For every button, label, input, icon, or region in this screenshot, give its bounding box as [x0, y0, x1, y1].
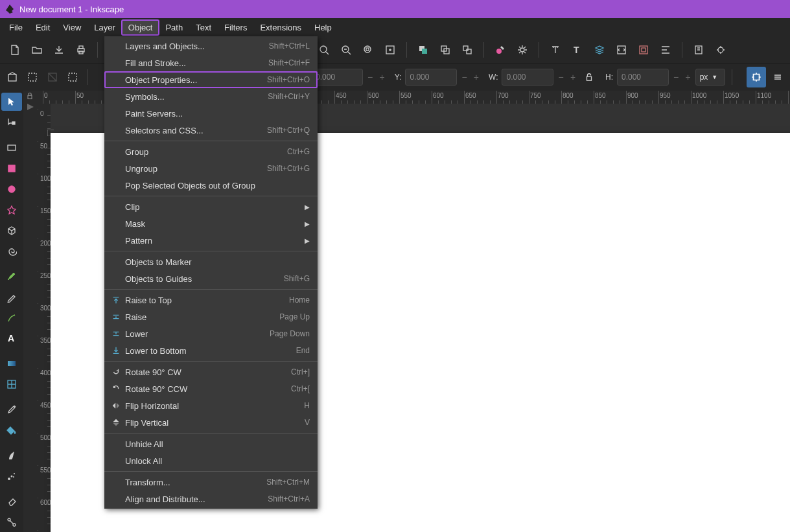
menu-help[interactable]: Help: [308, 20, 338, 35]
x-input[interactable]: [311, 69, 363, 86]
menu-view[interactable]: View: [56, 20, 87, 35]
w-plus-button[interactable]: +: [568, 69, 577, 86]
menu-item-raise[interactable]: RaisePage Up: [104, 308, 318, 325]
menu-item-group[interactable]: GroupCtrl+G: [104, 143, 318, 160]
h-minus-button[interactable]: −: [671, 69, 680, 86]
page-handle-icon: [47, 130, 54, 136]
clone-button[interactable]: [436, 40, 455, 60]
menu-item-raise-to-top[interactable]: Raise to TopHome: [104, 292, 318, 308]
selector-tool[interactable]: [1, 93, 22, 111]
rectangle-tool[interactable]: [1, 139, 22, 157]
menu-item-shortcut: Shift+Ctrl+A: [268, 494, 310, 503]
star-tool[interactable]: [1, 201, 22, 219]
menu-item-selectors-and-css[interactable]: Selectors and CSS...Shift+Ctrl+Q: [104, 122, 318, 139]
text-tool[interactable]: A: [1, 329, 22, 347]
layers-button[interactable]: [590, 40, 609, 60]
menu-item-flip-horizontal[interactable]: Flip HorizontalH: [104, 397, 318, 414]
menu-item-rotate-90-ccw[interactable]: Rotate 90° CCWCtrl+[: [104, 380, 318, 397]
preferences-button[interactable]: [689, 40, 708, 60]
spiral-tool[interactable]: [1, 242, 22, 260]
tweak-tool[interactable]: [1, 446, 22, 465]
menu-item-flip-vertical[interactable]: Flip VerticalV: [104, 414, 318, 431]
print-button[interactable]: [71, 40, 91, 60]
mesh-tool[interactable]: [1, 375, 22, 393]
object-properties-button[interactable]: [513, 40, 532, 60]
select-all-button[interactable]: [24, 67, 41, 87]
x-minus-button[interactable]: −: [366, 69, 375, 86]
toggle-bbox-button[interactable]: [64, 67, 82, 87]
menu-item-ungroup[interactable]: UngroupShift+Ctrl+G: [104, 160, 318, 177]
align-button[interactable]: [656, 40, 675, 60]
pen-tool[interactable]: [1, 268, 22, 286]
y-input[interactable]: [405, 69, 457, 86]
text-tool-button[interactable]: T: [568, 40, 587, 60]
x-plus-button[interactable]: +: [377, 69, 386, 86]
h-plus-button[interactable]: +: [683, 69, 692, 86]
menu-item-pattern[interactable]: Pattern▶: [104, 232, 318, 249]
menu-item-align-and-distribute[interactable]: Align and Distribute...Shift+Ctrl+A: [104, 491, 318, 507]
menu-item-pop-selected-objects-out-of-group[interactable]: Pop Selected Objects out of Group: [104, 177, 318, 194]
snap-options-button[interactable]: [769, 67, 786, 87]
menu-filters[interactable]: Filters: [218, 20, 253, 35]
selectors-button[interactable]: [634, 40, 653, 60]
node-tool[interactable]: [1, 113, 22, 132]
zoom-page-button[interactable]: [358, 40, 378, 60]
unlink-clone-button[interactable]: [458, 40, 477, 60]
h-input[interactable]: [617, 69, 669, 86]
xml-editor-button[interactable]: [612, 40, 631, 60]
menu-item-lower-to-bottom[interactable]: Lower to BottomEnd: [104, 342, 318, 359]
menu-object[interactable]: Object: [122, 20, 159, 35]
text-button[interactable]: [546, 40, 565, 60]
new-document-button[interactable]: [5, 40, 25, 60]
w-minus-button[interactable]: −: [556, 69, 565, 86]
zoom-drawing-button[interactable]: [336, 40, 356, 60]
document-properties-button[interactable]: [711, 40, 730, 60]
open-button[interactable]: [27, 40, 47, 60]
menu-item-paint-servers[interactable]: Paint Servers...: [104, 105, 318, 122]
menu-item-unlock-all[interactable]: Unlock All: [104, 452, 318, 469]
menu-item-transform[interactable]: Transform...Shift+Ctrl+M: [104, 474, 318, 491]
menu-item-layers-and-objects[interactable]: Layers and Objects...Shift+Ctrl+L: [104, 38, 318, 54]
save-button[interactable]: [49, 40, 69, 60]
menu-path[interactable]: Path: [159, 20, 189, 35]
3dbox-tool[interactable]: [1, 222, 22, 240]
menu-item-lower[interactable]: LowerPage Down: [104, 325, 318, 342]
menu-text[interactable]: Text: [189, 20, 218, 35]
lock-aspect-button[interactable]: [580, 67, 598, 87]
menu-file[interactable]: File: [3, 20, 29, 35]
ellipse-tool[interactable]: [1, 180, 22, 198]
menu-edit[interactable]: Edit: [29, 20, 56, 35]
gradient-tool[interactable]: [1, 354, 22, 373]
dropper-tool[interactable]: [1, 400, 22, 419]
fill-stroke-button[interactable]: [491, 40, 510, 60]
menu-item-clip[interactable]: Clip▶: [104, 198, 318, 215]
y-plus-button[interactable]: +: [472, 69, 481, 86]
connector-tool[interactable]: [1, 513, 22, 531]
menu-item-object-properties[interactable]: Object Properties...Shift+Ctrl+O: [104, 71, 318, 88]
snap-button[interactable]: [747, 67, 766, 87]
menu-item-objects-to-guides[interactable]: Objects to GuidesShift+G: [104, 270, 318, 287]
calligraphy-tool[interactable]: [1, 309, 22, 327]
y-minus-button[interactable]: −: [459, 69, 469, 86]
menu-item-symbols[interactable]: Symbols...Shift+Ctrl+Y: [104, 88, 318, 105]
menu-item-fill-and-stroke[interactable]: Fill and Stroke...Shift+Ctrl+F: [104, 54, 318, 71]
menu-extensions[interactable]: Extensions: [253, 20, 308, 35]
select-all-layers-button[interactable]: [4, 67, 21, 87]
menu-item-objects-to-marker[interactable]: Objects to Marker: [104, 253, 318, 270]
w-input[interactable]: [502, 69, 553, 86]
duplicate-button[interactable]: [413, 40, 433, 60]
square-tool[interactable]: [1, 159, 22, 178]
vertical-ruler[interactable]: 050100150200250300350400450500550600: [38, 104, 51, 532]
menu-item-rotate-90-cw[interactable]: Rotate 90° CWCtrl+]: [104, 364, 318, 380]
unit-selector[interactable]: px▼: [695, 69, 725, 86]
menu-layer[interactable]: Layer: [87, 20, 122, 35]
paintbucket-tool[interactable]: [1, 421, 22, 439]
menu-item-mask[interactable]: Mask▶: [104, 215, 318, 232]
deselect-button[interactable]: [44, 67, 62, 87]
lock-icon[interactable]: [26, 92, 35, 101]
spray-tool[interactable]: [1, 467, 22, 485]
pencil-tool[interactable]: [1, 288, 22, 306]
eraser-tool[interactable]: [1, 492, 22, 511]
menu-item-unhide-all[interactable]: Unhide All: [104, 435, 318, 452]
zoom-center-button[interactable]: [380, 40, 400, 60]
